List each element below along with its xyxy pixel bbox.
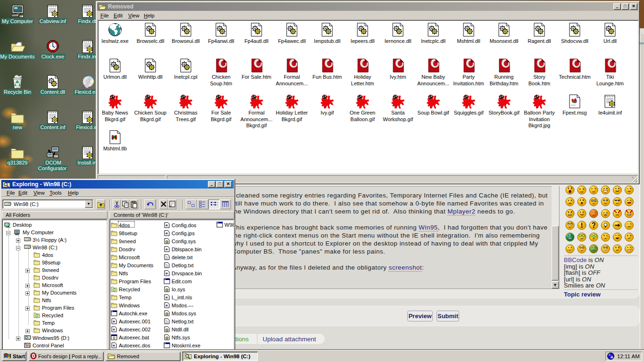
svg-text:a: a bbox=[611, 354, 613, 359]
